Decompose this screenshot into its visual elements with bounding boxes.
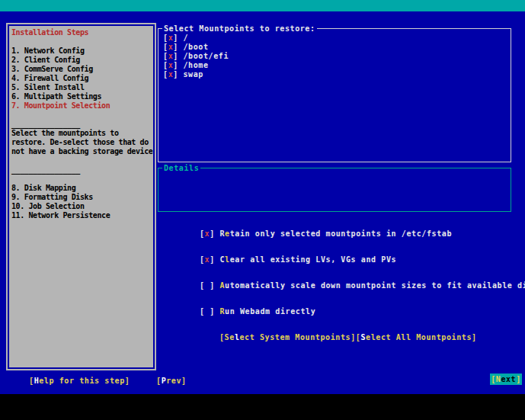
- checkbox-bracket: [: [163, 34, 168, 42]
- sidebar-line: ________________: [11, 165, 152, 175]
- option-label: tain only selected mountpoints in /etc/f…: [230, 229, 452, 238]
- option-label: un Webadm directly: [225, 307, 315, 316]
- details-box-title: Details: [162, 163, 200, 173]
- sidebar-line: 7. Mountpoint Selection: [11, 101, 152, 111]
- option-label: ear all existing LVs, VGs and PVs: [230, 255, 396, 264]
- mountpoints-box: Select Mountpoints to restore: [x] /[x] …: [158, 28, 511, 162]
- prev-button[interactable]: [Prev]: [156, 377, 187, 386]
- sidebar-line: not have a backing storage device: [11, 147, 152, 156]
- button-label: elect All Mountpoints]: [366, 333, 477, 341]
- button-hotkey: l: [235, 333, 240, 341]
- checkbox-bracket: ]: [173, 43, 183, 51]
- mountpoint-label: swap: [184, 70, 203, 79]
- sidebar-line: ________________: [11, 120, 152, 129]
- button-label: [Se: [219, 333, 235, 341]
- mountpoints-list: [x] /[x] /boot[x] /boot/efi[x] /home[x] …: [163, 34, 229, 79]
- checkbox-bracket: [: [200, 281, 205, 290]
- checkbox-bracket: [: [163, 43, 168, 51]
- button-label: [N: [491, 375, 501, 383]
- mountpoints-box-title: Select Mountpoints to restore:: [162, 24, 317, 34]
- option-hotkey: e: [225, 229, 230, 238]
- sidebar-line: 8. Disk Mapping: [11, 184, 152, 193]
- mountpoint-checkbox[interactable]: [x] swap: [163, 70, 229, 79]
- checkbox-bracket: [: [163, 70, 168, 79]
- button-label: rev]: [166, 377, 186, 385]
- sidebar-line: restore. De-select those that do: [11, 138, 152, 147]
- sidebar-panel: Installation Steps 1. Network Config2. C…: [6, 23, 156, 370]
- options-group: [x] Retain only selected mountpoints in …: [159, 220, 525, 324]
- mountpoint-checkbox[interactable]: [x] /boot/efi: [163, 52, 229, 61]
- checkbox-bracket: [: [200, 307, 205, 316]
- option-checkbox-auto-scale[interactable]: [ ] Automatically scale down mountpoint …: [159, 272, 525, 281]
- checkbox-bracket: ]: [173, 34, 183, 42]
- action-buttons: [Select System Mountpoints][Select All M…: [219, 333, 477, 342]
- sidebar-line: 1. Network Config: [11, 46, 152, 56]
- option-checkbox-retain-fstab[interactable]: [x] Retain only selected mountpoints in …: [159, 220, 525, 229]
- checkbox-bracket: ]: [210, 229, 219, 238]
- next-button[interactable]: [Next]: [490, 374, 522, 385]
- button-label: [: [29, 377, 34, 385]
- button-label: ect System Mountpoints]: [240, 333, 356, 341]
- checkbox-bracket: ]: [173, 61, 183, 69]
- mountpoint-checkbox[interactable]: [x] /boot: [163, 43, 229, 52]
- details-box: Details: [158, 168, 511, 212]
- mountpoint-label: /boot: [184, 43, 209, 51]
- mountpoint-label: /boot/efi: [184, 52, 229, 60]
- window-title-bar: YaST2 - /1touchunified.ycp @ localhost: [0, 0, 525, 11]
- sidebar-line: [11, 156, 152, 165]
- option-label: utomatically scale down mountpoint sizes…: [225, 281, 525, 290]
- sidebar-line: 3. CommServe Config: [11, 65, 152, 74]
- main-area: Installation Steps 1. Network Config2. C…: [0, 11, 525, 394]
- option-checkbox-clear-lvm[interactable]: [x] Clear all existing LVs, VGs and PVs: [159, 246, 525, 255]
- sidebar-line: [11, 37, 152, 46]
- mountpoint-checkbox[interactable]: [x] /: [163, 34, 229, 43]
- checkbox-bracket: [: [200, 229, 205, 238]
- mountpoint-label: /home: [184, 61, 209, 69]
- select-all-mountpoints-button[interactable]: [Select All Mountpoints]: [356, 333, 477, 341]
- installation-steps-title: Installation Steps: [11, 28, 152, 37]
- terminal-screen: YaST2 - /1touchunified.ycp @ localhost I…: [0, 0, 525, 420]
- button-label: ext: [501, 375, 516, 383]
- checkbox-bracket: ]: [173, 70, 183, 79]
- button-label: elp for this step]: [39, 377, 130, 385]
- sidebar-line: 5. Silent Install: [11, 83, 152, 92]
- help-button[interactable]: [Help for this step]: [29, 377, 130, 386]
- select-system-mountpoints-button[interactable]: [Select System Mountpoints]: [219, 333, 356, 341]
- sidebar-line: Select the mountpoints to: [11, 129, 152, 138]
- sidebar-line: 9. Formatting Disks: [11, 193, 152, 202]
- sidebar-line: [11, 111, 152, 120]
- button-label: [: [156, 377, 162, 385]
- button-label: ]: [516, 375, 521, 383]
- sidebar-line: [11, 175, 152, 184]
- checkbox-bracket: [: [163, 52, 168, 60]
- sidebar-line: 2. Client Config: [11, 56, 152, 65]
- mountpoint-label: /: [184, 34, 189, 42]
- sidebar-line: 11. Network Persistence: [11, 211, 152, 220]
- checkbox-bracket: ]: [210, 281, 219, 290]
- checkbox-bracket: ]: [210, 307, 219, 316]
- sidebar-line: 4. Firewall Config: [11, 74, 152, 83]
- option-hotkey: l: [225, 255, 230, 264]
- checkbox-bracket: ]: [173, 52, 183, 60]
- installation-steps-list: Installation Steps 1. Network Config2. C…: [8, 24, 155, 369]
- sidebar-line: 10. Job Selection: [11, 202, 152, 211]
- checkbox-bracket: [: [200, 255, 205, 264]
- checkbox-bracket: [: [163, 61, 168, 69]
- checkbox-bracket: ]: [210, 255, 219, 264]
- mountpoint-checkbox[interactable]: [x] /home: [163, 61, 229, 70]
- sidebar-line: 6. Multipath Settings: [11, 92, 152, 101]
- option-checkbox-run-webadm[interactable]: [ ] Run Webadm directly: [159, 298, 525, 307]
